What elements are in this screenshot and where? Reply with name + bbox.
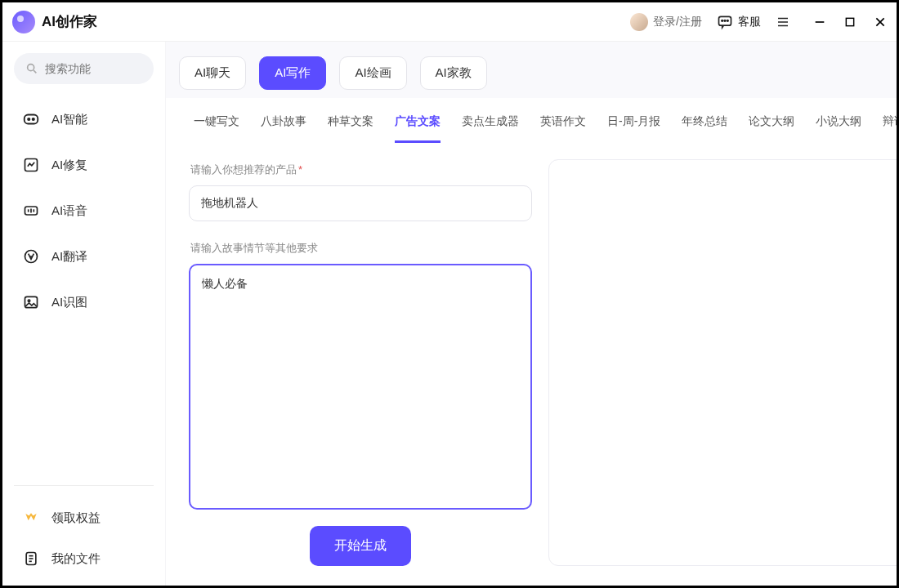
sidebar-item-ai-translate[interactable]: AI翻译 xyxy=(14,236,154,277)
details-textarea[interactable] xyxy=(189,264,532,510)
close-button[interactable] xyxy=(874,16,887,29)
sidebar-item-label: 领取权益 xyxy=(51,510,101,526)
sidebar-item-benefits[interactable]: 领取权益 xyxy=(14,497,154,538)
subtab-label: 日-周-月报 xyxy=(607,114,660,127)
sidebar-item-ai-repair[interactable]: AI修复 xyxy=(14,145,154,185)
subtab-paper-outline[interactable]: 论文大纲 xyxy=(749,106,794,143)
logo-icon xyxy=(12,11,35,33)
label-text: 请输入你想推荐的产品 xyxy=(190,163,297,176)
subtab-label: 论文大纲 xyxy=(749,114,794,127)
tab-ai-tutor[interactable]: AI家教 xyxy=(420,56,487,90)
tab-ai-draw[interactable]: AI绘画 xyxy=(339,56,406,90)
sub-tabs: 一键写文 八卦故事 种草文案 广告文案 卖点生成器 英语作文 日-周-月报 年终… xyxy=(166,98,899,143)
tab-ai-chat[interactable]: AI聊天 xyxy=(179,56,246,90)
titlebar: AI创作家 登录/注册 客服 xyxy=(2,2,897,42)
subtab-label: 卖点生成器 xyxy=(462,114,519,127)
subtab-label: 八卦故事 xyxy=(261,114,306,127)
subtab-english-essay[interactable]: 英语作文 xyxy=(540,106,586,143)
svg-point-1 xyxy=(722,20,723,21)
sidebar-item-label: AI修复 xyxy=(51,158,87,173)
subtab-label: 广告文案 xyxy=(395,114,441,127)
details-label: 请输入故事情节等其他要求 xyxy=(190,241,532,256)
subtab-seeding[interactable]: 种草文案 xyxy=(328,106,373,143)
login-button[interactable]: 登录/注册 xyxy=(630,13,702,31)
sidebar: AI智能 AI修复 AI语音 AI翻译 AI识图 领取权 xyxy=(2,42,166,586)
sidebar-item-ai-voice[interactable]: AI语音 xyxy=(14,190,154,231)
tab-label: AI家教 xyxy=(436,65,472,79)
sidebar-item-label: AI翻译 xyxy=(51,249,87,265)
form-column: 请输入你想推荐的产品* 拖地机器人 请输入故事情节等其他要求 开始生成 xyxy=(189,159,532,566)
avatar-icon xyxy=(630,13,648,31)
menu-icon[interactable] xyxy=(776,15,790,29)
subtab-gossip[interactable]: 八卦故事 xyxy=(261,106,306,143)
sidebar-item-ai-image[interactable]: AI识图 xyxy=(14,282,154,323)
subtab-label: 辩论稿 xyxy=(883,114,899,127)
svg-point-2 xyxy=(724,20,726,21)
product-label: 请输入你想推荐的产品* xyxy=(190,163,532,177)
subtab-label: 种草文案 xyxy=(328,114,373,127)
service-label: 客服 xyxy=(738,15,761,29)
tab-label: AI写作 xyxy=(275,65,311,79)
content-area: AI聊天 AI写作 AI绘画 AI家教 一键写文 八卦故事 种草文案 广告文案 … xyxy=(166,42,899,586)
generate-button[interactable]: 开始生成 xyxy=(310,526,411,566)
svg-rect-13 xyxy=(25,115,38,124)
ai-smart-icon xyxy=(22,110,40,128)
subtab-debate[interactable]: 辩论稿 xyxy=(883,106,899,143)
work-area: 请输入你想推荐的产品* 拖地机器人 请输入故事情节等其他要求 开始生成 xyxy=(166,143,899,586)
subtab-novel-outline[interactable]: 小说大纲 xyxy=(816,106,861,143)
tab-label: AI绘画 xyxy=(355,65,391,79)
generate-label: 开始生成 xyxy=(334,538,387,552)
svg-point-11 xyxy=(28,65,34,71)
ai-translate-icon xyxy=(22,247,40,265)
subtab-reports[interactable]: 日-周-月报 xyxy=(607,106,660,143)
product-input[interactable]: 拖地机器人 xyxy=(189,185,532,221)
svg-point-23 xyxy=(28,300,30,302)
svg-point-3 xyxy=(727,20,729,21)
subtab-label: 英语作文 xyxy=(540,114,586,127)
sidebar-item-label: AI语音 xyxy=(51,203,87,219)
svg-point-14 xyxy=(28,118,29,120)
required-mark: * xyxy=(298,163,302,176)
app-logo: AI创作家 xyxy=(12,11,97,33)
minimize-button[interactable] xyxy=(813,16,826,29)
files-icon xyxy=(22,550,40,568)
ai-voice-icon xyxy=(22,202,40,220)
subtab-one-click[interactable]: 一键写文 xyxy=(194,106,239,143)
tab-label: AI聊天 xyxy=(195,65,230,79)
search-icon xyxy=(25,62,38,75)
app-title: AI创作家 xyxy=(42,12,97,31)
sidebar-item-ai-smart[interactable]: AI智能 xyxy=(14,99,154,140)
service-button[interactable]: 客服 xyxy=(717,14,761,30)
sidebar-item-label: AI智能 xyxy=(51,112,87,127)
ai-image-icon xyxy=(22,293,40,311)
svg-line-12 xyxy=(34,70,36,73)
svg-rect-8 xyxy=(846,18,853,25)
sidebar-item-label: 我的文件 xyxy=(51,551,101,567)
benefits-icon xyxy=(22,509,40,527)
ai-repair-icon xyxy=(22,156,40,174)
sidebar-item-my-files[interactable]: 我的文件 xyxy=(14,538,154,579)
divider xyxy=(14,485,154,486)
main-tabs: AI聊天 AI写作 AI绘画 AI家教 xyxy=(166,42,899,98)
svg-point-15 xyxy=(33,118,34,120)
subtab-label: 一键写文 xyxy=(194,114,239,127)
maximize-button[interactable] xyxy=(844,16,856,28)
tab-ai-write[interactable]: AI写作 xyxy=(259,56,326,90)
subtab-label: 年终总结 xyxy=(682,114,727,127)
product-value: 拖地机器人 xyxy=(201,196,258,209)
chat-icon xyxy=(717,14,733,30)
subtab-label: 小说大纲 xyxy=(816,114,861,127)
subtab-selling-points[interactable]: 卖点生成器 xyxy=(462,106,519,143)
subtab-year-end[interactable]: 年终总结 xyxy=(682,106,727,143)
subtab-ad-copy[interactable]: 广告文案 xyxy=(395,106,441,143)
sidebar-item-label: AI识图 xyxy=(51,295,87,310)
search-box[interactable] xyxy=(14,53,154,84)
login-label: 登录/注册 xyxy=(653,15,702,29)
output-panel xyxy=(548,159,899,566)
